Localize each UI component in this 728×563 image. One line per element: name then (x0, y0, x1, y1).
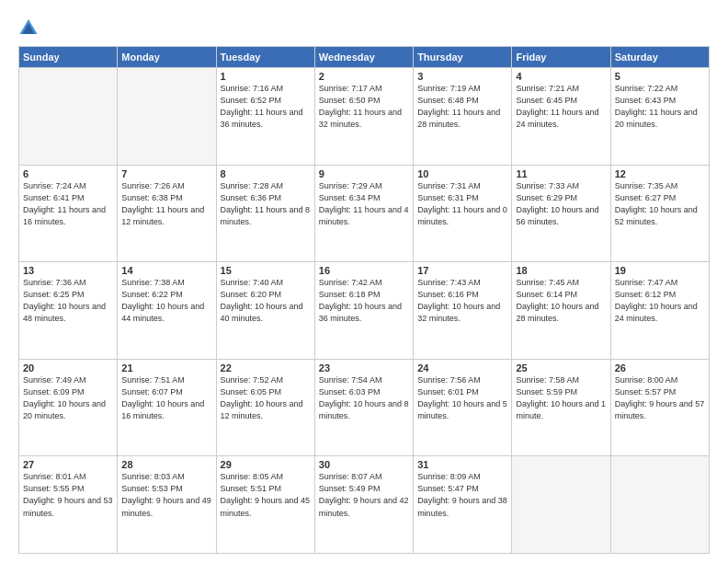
weekday-header: Wednesday (314, 47, 413, 68)
day-info: Sunrise: 7:21 AMSunset: 6:45 PMDaylight:… (516, 83, 606, 131)
day-number: 26 (615, 362, 705, 373)
day-info: Sunrise: 7:22 AMSunset: 6:43 PMDaylight:… (615, 83, 705, 131)
calendar-row: 1Sunrise: 7:16 AMSunset: 6:52 PMDaylight… (19, 68, 710, 166)
day-info: Sunrise: 7:17 AMSunset: 6:50 PMDaylight:… (319, 83, 409, 131)
calendar-cell (19, 68, 118, 166)
day-info: Sunrise: 7:24 AMSunset: 6:41 PMDaylight:… (23, 180, 113, 228)
weekday-header: Friday (512, 47, 610, 68)
header (18, 17, 710, 37)
day-info: Sunrise: 7:51 AMSunset: 6:07 PMDaylight:… (121, 374, 211, 422)
weekday-header-row: SundayMondayTuesdayWednesdayThursdayFrid… (19, 47, 710, 68)
day-number: 4 (516, 71, 606, 82)
day-number: 6 (23, 168, 113, 179)
day-number: 10 (417, 168, 507, 179)
weekday-header: Tuesday (216, 47, 314, 68)
day-info: Sunrise: 7:31 AMSunset: 6:31 PMDaylight:… (417, 180, 507, 228)
calendar-row: 27Sunrise: 8:01 AMSunset: 5:55 PMDayligh… (19, 456, 710, 554)
calendar-row: 6Sunrise: 7:24 AMSunset: 6:41 PMDaylight… (19, 165, 710, 262)
day-number: 13 (23, 265, 113, 276)
day-number: 24 (417, 362, 507, 373)
day-info: Sunrise: 7:43 AMSunset: 6:16 PMDaylight:… (417, 277, 507, 325)
weekday-header: Sunday (19, 47, 118, 68)
day-info: Sunrise: 7:36 AMSunset: 6:25 PMDaylight:… (23, 277, 113, 325)
calendar-cell: 29Sunrise: 8:05 AMSunset: 5:51 PMDayligh… (216, 456, 314, 554)
calendar-cell: 10Sunrise: 7:31 AMSunset: 6:31 PMDayligh… (414, 165, 512, 262)
day-info: Sunrise: 7:29 AMSunset: 6:34 PMDaylight:… (319, 180, 409, 228)
calendar-cell: 12Sunrise: 7:35 AMSunset: 6:27 PMDayligh… (610, 165, 709, 262)
calendar-cell (118, 68, 216, 166)
day-number: 25 (516, 362, 606, 373)
day-number: 23 (319, 362, 409, 373)
calendar-row: 13Sunrise: 7:36 AMSunset: 6:25 PMDayligh… (19, 262, 710, 360)
calendar-cell: 24Sunrise: 7:56 AMSunset: 6:01 PMDayligh… (414, 359, 512, 456)
calendar-cell: 16Sunrise: 7:42 AMSunset: 6:18 PMDayligh… (314, 262, 413, 360)
day-number: 9 (319, 168, 409, 179)
calendar-cell: 17Sunrise: 7:43 AMSunset: 6:16 PMDayligh… (414, 262, 512, 360)
day-number: 20 (23, 362, 113, 373)
logo (18, 17, 42, 37)
calendar-cell: 9Sunrise: 7:29 AMSunset: 6:34 PMDaylight… (314, 165, 413, 262)
day-number: 18 (516, 265, 606, 276)
calendar-cell: 1Sunrise: 7:16 AMSunset: 6:52 PMDaylight… (216, 68, 314, 166)
day-number: 3 (417, 71, 507, 82)
day-info: Sunrise: 8:07 AMSunset: 5:49 PMDaylight:… (319, 471, 409, 519)
day-info: Sunrise: 7:52 AMSunset: 6:05 PMDaylight:… (221, 374, 311, 422)
calendar-cell: 30Sunrise: 8:07 AMSunset: 5:49 PMDayligh… (314, 456, 413, 554)
day-number: 7 (121, 168, 211, 179)
day-info: Sunrise: 7:56 AMSunset: 6:01 PMDaylight:… (417, 374, 507, 422)
calendar-row: 20Sunrise: 7:49 AMSunset: 6:09 PMDayligh… (19, 359, 710, 456)
day-number: 30 (319, 459, 409, 470)
day-info: Sunrise: 7:47 AMSunset: 6:12 PMDaylight:… (615, 277, 705, 325)
day-info: Sunrise: 7:54 AMSunset: 6:03 PMDaylight:… (319, 374, 409, 422)
day-info: Sunrise: 7:35 AMSunset: 6:27 PMDaylight:… (615, 180, 705, 228)
calendar-cell: 5Sunrise: 7:22 AMSunset: 6:43 PMDaylight… (610, 68, 709, 166)
day-number: 19 (615, 265, 705, 276)
day-number: 12 (615, 168, 705, 179)
day-info: Sunrise: 7:58 AMSunset: 5:59 PMDaylight:… (516, 374, 606, 422)
day-info: Sunrise: 7:28 AMSunset: 6:36 PMDaylight:… (221, 180, 311, 228)
day-number: 8 (221, 168, 311, 179)
calendar-cell: 11Sunrise: 7:33 AMSunset: 6:29 PMDayligh… (512, 165, 610, 262)
calendar-cell: 6Sunrise: 7:24 AMSunset: 6:41 PMDaylight… (19, 165, 118, 262)
weekday-header: Monday (118, 47, 216, 68)
calendar-cell: 14Sunrise: 7:38 AMSunset: 6:22 PMDayligh… (118, 262, 216, 360)
calendar-cell: 2Sunrise: 7:17 AMSunset: 6:50 PMDaylight… (314, 68, 413, 166)
day-info: Sunrise: 7:45 AMSunset: 6:14 PMDaylight:… (516, 277, 606, 325)
day-info: Sunrise: 7:38 AMSunset: 6:22 PMDaylight:… (121, 277, 211, 325)
day-info: Sunrise: 7:16 AMSunset: 6:52 PMDaylight:… (221, 83, 311, 131)
day-number: 14 (121, 265, 211, 276)
calendar-cell: 4Sunrise: 7:21 AMSunset: 6:45 PMDaylight… (512, 68, 610, 166)
day-number: 1 (221, 71, 311, 82)
day-number: 17 (417, 265, 507, 276)
weekday-header: Saturday (610, 47, 709, 68)
day-number: 22 (221, 362, 311, 373)
page: SundayMondayTuesdayWednesdayThursdayFrid… (0, 0, 728, 563)
day-number: 11 (516, 168, 606, 179)
calendar-cell: 13Sunrise: 7:36 AMSunset: 6:25 PMDayligh… (19, 262, 118, 360)
day-number: 5 (615, 71, 705, 82)
day-number: 27 (23, 459, 113, 470)
calendar-cell: 21Sunrise: 7:51 AMSunset: 6:07 PMDayligh… (118, 359, 216, 456)
day-info: Sunrise: 8:00 AMSunset: 5:57 PMDaylight:… (615, 374, 705, 422)
weekday-header: Thursday (414, 47, 512, 68)
day-info: Sunrise: 7:49 AMSunset: 6:09 PMDaylight:… (23, 374, 113, 422)
calendar-cell: 20Sunrise: 7:49 AMSunset: 6:09 PMDayligh… (19, 359, 118, 456)
day-info: Sunrise: 8:09 AMSunset: 5:47 PMDaylight:… (417, 471, 507, 519)
day-number: 16 (319, 265, 409, 276)
logo-icon (18, 17, 39, 37)
day-info: Sunrise: 8:05 AMSunset: 5:51 PMDaylight:… (221, 471, 311, 519)
calendar-cell (610, 456, 709, 554)
calendar-cell: 23Sunrise: 7:54 AMSunset: 6:03 PMDayligh… (314, 359, 413, 456)
calendar-cell: 26Sunrise: 8:00 AMSunset: 5:57 PMDayligh… (610, 359, 709, 456)
calendar-cell (512, 456, 610, 554)
calendar-cell: 19Sunrise: 7:47 AMSunset: 6:12 PMDayligh… (610, 262, 709, 360)
calendar-cell: 31Sunrise: 8:09 AMSunset: 5:47 PMDayligh… (414, 456, 512, 554)
day-info: Sunrise: 7:40 AMSunset: 6:20 PMDaylight:… (221, 277, 311, 325)
day-number: 2 (319, 71, 409, 82)
calendar-cell: 25Sunrise: 7:58 AMSunset: 5:59 PMDayligh… (512, 359, 610, 456)
calendar-cell: 22Sunrise: 7:52 AMSunset: 6:05 PMDayligh… (216, 359, 314, 456)
day-info: Sunrise: 7:33 AMSunset: 6:29 PMDaylight:… (516, 180, 606, 228)
calendar-cell: 18Sunrise: 7:45 AMSunset: 6:14 PMDayligh… (512, 262, 610, 360)
day-info: Sunrise: 7:19 AMSunset: 6:48 PMDaylight:… (417, 83, 507, 131)
day-info: Sunrise: 8:03 AMSunset: 5:53 PMDaylight:… (121, 471, 211, 519)
